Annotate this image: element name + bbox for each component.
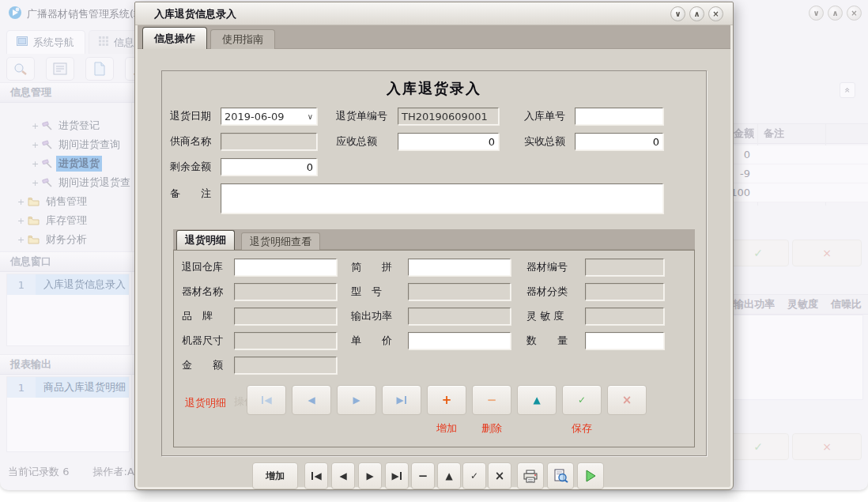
first-record-button[interactable]: ◀ (247, 385, 286, 415)
tab-system-navigation[interactable]: 系统导航 (6, 30, 85, 54)
qty-input[interactable] (585, 332, 664, 349)
background-confirm-button[interactable]: ✓ (727, 240, 789, 266)
dialog-bottom-toolbar: 增加 ◀ ◀ ▶ ▶ − ▲ ✓ × (135, 462, 733, 489)
bottom-delete-record-button[interactable]: − (411, 462, 435, 489)
report-output-list: 1 商品入库退货明细 (6, 376, 130, 452)
prev-record-icon: ◀ (339, 470, 346, 481)
prev-record-button[interactable]: ◀ (292, 385, 331, 415)
price-label: 单 价 (351, 334, 406, 348)
inbound-no-label: 入库单号 (524, 109, 573, 123)
table1-row[interactable]: -100 (719, 183, 868, 202)
return-date-select[interactable]: 2019-06-09 ∨ (221, 108, 317, 125)
equip-name-label: 器材名称 (182, 285, 232, 299)
dialog-tab-info-operation[interactable]: 信息操作 (142, 27, 207, 49)
sensitivity-field (585, 308, 664, 325)
tree-item-financial-analysis[interactable]: + 财务分析 (17, 231, 89, 248)
bottom-edit-record-button[interactable]: ▲ (437, 462, 461, 489)
model-field (408, 283, 511, 300)
warehouse-label: 退回仓库 (182, 260, 232, 274)
add-record-button[interactable]: + (427, 385, 466, 415)
remaining-input[interactable] (221, 158, 317, 176)
table2-header: 输出功率 灵敏度 信噪比 (719, 294, 868, 315)
sensitivity-column-header: 灵敏度 (775, 297, 818, 311)
detail-tab-return-detail[interactable]: 退货明细 (176, 230, 235, 250)
dialog-tab-user-guide[interactable]: 使用指南 (210, 29, 275, 49)
table1-row[interactable]: 0 (719, 145, 868, 164)
report-output-item[interactable]: 1 商品入库退货明细 (7, 377, 129, 398)
tree-item-sales-management[interactable]: + 销售管理 (17, 193, 89, 210)
bottom-prev-record-button[interactable]: ◀ (331, 462, 355, 489)
pinyin-input[interactable] (408, 259, 511, 276)
app-logo-icon (8, 6, 22, 22)
add-button[interactable]: 增加 (252, 462, 298, 489)
tab-info-operation[interactable]: 信息操作 (89, 30, 141, 54)
document-button[interactable] (85, 57, 114, 81)
category-label: 器材分类 (526, 285, 583, 299)
bottom-last-record-button[interactable]: ▶ (385, 462, 409, 489)
edit-icon: ▲ (445, 470, 452, 481)
pinyin-label: 简 拼 (351, 260, 406, 274)
warehouse-input[interactable] (234, 259, 337, 276)
bottom-next-record-button[interactable]: ▶ (358, 462, 382, 489)
report-button[interactable] (46, 57, 74, 81)
price-input[interactable] (408, 332, 511, 349)
remark-textarea[interactable] (221, 183, 663, 213)
dialog-titlebar[interactable]: 入库退货信息录入 ∨ ∧ × (135, 2, 733, 25)
tree-item-period-purchase-return-query[interactable]: + 期间进货退货查 (32, 174, 133, 191)
amount-label: 金 额 (182, 358, 232, 372)
entry-groupbox: 入库退货录入 退货日期 2019-06-09 ∨ 退货单编号 TH2019060… (161, 70, 707, 456)
grid-icon (99, 36, 108, 48)
cancel-record-button[interactable]: × (607, 385, 647, 415)
post-record-button[interactable]: ✓ (562, 385, 602, 415)
delete-record-button[interactable]: − (472, 385, 511, 415)
info-window-item[interactable]: 1 入库退货信息录入 (7, 274, 129, 295)
printer-icon (523, 470, 538, 483)
last-record-button[interactable]: ▶ (382, 385, 421, 415)
background-cancel-button[interactable]: × (792, 240, 862, 266)
print-preview-button[interactable] (547, 462, 574, 489)
supplier-field (221, 133, 317, 150)
right-background-panel: « 金额 备注 0 -9 -100 ✓ × 输出功率 灵敏度 信噪比 (719, 79, 868, 490)
last-record-icon: ▶ (396, 394, 403, 406)
print-preview-icon (553, 469, 568, 483)
dialog-maximize-button[interactable]: ∧ (689, 6, 704, 21)
print-button[interactable] (517, 462, 544, 489)
dialog-close-button[interactable]: × (708, 6, 723, 21)
tree-item-period-purchase-query[interactable]: + 期间进货查询 (32, 136, 123, 153)
tree-item-purchase-return[interactable]: + 进货退货 (32, 155, 102, 172)
bottom-cancel-record-button[interactable]: × (488, 462, 511, 489)
receivable-input[interactable] (398, 133, 499, 150)
received-input[interactable] (575, 133, 663, 150)
collapse-panel-button[interactable]: « (840, 82, 855, 98)
next-record-button[interactable]: ▶ (337, 385, 376, 415)
dialog-minimize-button[interactable]: ∨ (670, 6, 685, 21)
execute-button[interactable] (577, 462, 604, 489)
check-icon: ✓ (578, 394, 586, 406)
status-record-count: 当前记录数 6 (8, 466, 69, 477)
receivable-label: 应收总额 (336, 134, 396, 149)
main-minimize-button[interactable]: ∨ (809, 6, 824, 21)
edit-record-button[interactable]: ▲ (517, 385, 557, 415)
main-close-button[interactable]: × (847, 6, 862, 21)
main-maximize-button[interactable]: ∧ (828, 6, 843, 21)
bottom-first-record-button[interactable]: ◀ (304, 462, 328, 489)
table1-row[interactable]: -9 (719, 164, 868, 183)
plus-icon: + (442, 393, 452, 407)
chevron-down-icon: ∨ (308, 112, 313, 121)
tool-icon (42, 178, 52, 187)
bottom-post-record-button[interactable]: ✓ (462, 462, 486, 489)
dialog-tabstrip: 信息操作 使用指南 (138, 25, 730, 49)
first-record-icon: ◀ (264, 394, 271, 406)
tree-item-inventory-management[interactable]: + 库存管理 (17, 212, 89, 229)
detail-tab-return-detail-view[interactable]: 退货明细查看 (241, 232, 320, 250)
sidebar-section-report-output: 报表输出 (0, 354, 141, 375)
background-cancel-button-2[interactable]: × (792, 433, 862, 460)
tree-item-purchase-register[interactable]: + 进货登记 (32, 117, 102, 134)
brand-label: 品 牌 (182, 309, 232, 323)
cross-icon: × (495, 469, 505, 483)
search-button[interactable] (6, 57, 35, 81)
tool-icon (42, 121, 52, 130)
background-confirm-button-2[interactable]: ✓ (727, 433, 789, 460)
inbound-no-input[interactable] (575, 108, 663, 125)
dialog-content: 入库退货录入 退货日期 2019-06-09 ∨ 退货单编号 TH2019060… (138, 49, 730, 487)
